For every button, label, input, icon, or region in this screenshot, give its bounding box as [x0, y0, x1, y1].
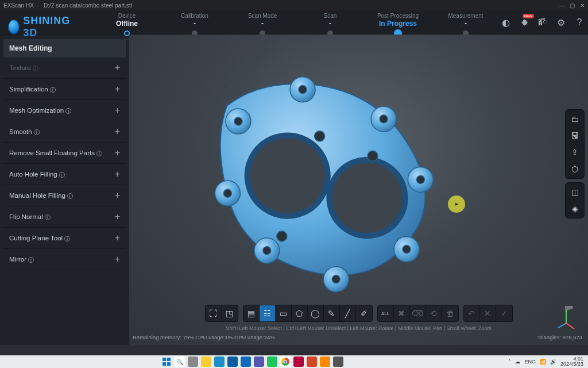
- window-titlebar: EXScan HX - D:/2 scan data/combo steel p…: [0, 0, 588, 10]
- status-right: Triangles: 878,673: [537, 334, 582, 340]
- sidebar-item-mesh-optimization[interactable]: Mesh Optimizationi +: [3, 100, 126, 121]
- settings-icon[interactable]: ⚙: [555, 16, 567, 29]
- viewport-3d[interactable]: 🗀🖫⇪⬡ ◫◈ ⛶◳▤☷▭⬠◯✎╱✐ALL✖⌫⟲🗑↶✕✓ Shift+Left …: [129, 34, 588, 345]
- perspective-button[interactable]: ◳: [222, 305, 238, 321]
- step-calibration[interactable]: Calibration -: [161, 13, 229, 28]
- taskbar-start-icon[interactable]: [161, 356, 172, 367]
- taskbar-camera-icon[interactable]: [333, 356, 343, 367]
- tray-wifi-icon[interactable]: 📶: [540, 359, 546, 365]
- undo-button[interactable]: ↶: [464, 305, 480, 321]
- svg-rect-26: [167, 358, 171, 361]
- view-toggle-button[interactable]: ◈: [568, 202, 582, 215]
- sidebar-item-flip-normal[interactable]: Flip Normali +: [3, 206, 126, 228]
- layer-multi-button[interactable]: ☷: [260, 305, 276, 321]
- maximize-button[interactable]: ▢: [570, 2, 575, 9]
- share-icon[interactable]: �ី: [536, 16, 549, 29]
- expand-icon: +: [115, 84, 120, 94]
- top-bar: SHINING 3D Device Offline Calibration - …: [0, 10, 588, 34]
- sidebar-header: Mesh Editing: [3, 39, 126, 57]
- brush-button[interactable]: ✎: [324, 305, 340, 321]
- svg-rect-27: [163, 362, 166, 366]
- help-strip: Shift+Left Mouse: Select | Ctrl+Left Mou…: [226, 325, 492, 331]
- sidebar-item-mirror[interactable]: Mirrori +: [3, 249, 126, 270]
- expand-icon: +: [115, 148, 120, 158]
- info-icon: i: [50, 87, 56, 93]
- step-post-processing[interactable]: Post Processing In Progress: [364, 13, 432, 28]
- taskbar-chrome-icon[interactable]: [280, 356, 291, 367]
- clear-button[interactable]: 🗑: [442, 305, 458, 321]
- info-icon: i: [45, 214, 51, 220]
- info-icon: i: [96, 151, 102, 156]
- shading-toggle-button[interactable]: ◫: [568, 186, 582, 198]
- line-button[interactable]: ╱: [340, 305, 356, 321]
- taskbar-mail-icon[interactable]: [241, 356, 251, 367]
- step-measurement[interactable]: Measurement -: [432, 13, 500, 28]
- taskbar-teams-icon[interactable]: [254, 356, 264, 367]
- sidebar-item-simplification[interactable]: Simplificationi +: [3, 79, 126, 100]
- step-device[interactable]: Device Offline: [93, 13, 161, 28]
- lasso-button[interactable]: ◯: [308, 305, 324, 321]
- mesh-preview: [187, 57, 439, 305]
- expand-icon: +: [115, 233, 120, 243]
- tray-lang[interactable]: ENG: [524, 359, 536, 365]
- taskbar-search-icon[interactable]: 🔍: [175, 356, 185, 367]
- save-project-button[interactable]: 🖫: [568, 129, 582, 142]
- taskbar-explorer-icon[interactable]: [201, 356, 211, 367]
- fit-view-button[interactable]: ⛶: [206, 305, 222, 321]
- sidebar-item-cutting-plane-tool[interactable]: Cutting Plane Tooli +: [3, 228, 126, 249]
- info-icon: i: [59, 172, 65, 178]
- expand-icon: +: [115, 254, 120, 264]
- help-icon[interactable]: ?: [573, 16, 586, 29]
- bottom-toolbar: ⛶◳▤☷▭⬠◯✎╱✐ALL✖⌫⟲🗑↶✕✓: [205, 305, 513, 322]
- cursor-highlight: [448, 195, 465, 213]
- brand: SHINING 3D: [8, 15, 74, 39]
- cancel-sel-button[interactable]: ⌫: [410, 305, 426, 321]
- step-scan[interactable]: Scan -: [296, 13, 364, 28]
- taskbar-store-icon[interactable]: [227, 356, 238, 367]
- sidebar-item-texture[interactable]: Texturei +: [3, 57, 126, 79]
- rect-select-button[interactable]: ▭: [276, 305, 292, 321]
- tray-volume-icon[interactable]: 🔊: [550, 359, 556, 365]
- account-icon[interactable]: ◐: [500, 16, 512, 29]
- right-toolbar: 🗀🖫⇪⬡ ◫◈: [565, 109, 585, 218]
- notifications-icon[interactable]: ✹NEW: [518, 16, 531, 29]
- tray-onedrive-icon[interactable]: ☁: [515, 359, 520, 365]
- layer-single-button[interactable]: ▤: [243, 305, 260, 321]
- sidebar-item-auto-hole-filling[interactable]: Auto Hole Fillingi +: [3, 164, 126, 185]
- delete-button[interactable]: ✖: [394, 305, 410, 321]
- tray-date[interactable]: 2024/5/23: [560, 362, 583, 367]
- btm-group-g3: ALL✖⌫⟲🗑: [377, 305, 459, 322]
- windows-taskbar[interactable]: 🔍 ˄ ☁ ENG 📶 🔊 4:01 2024/5/23: [0, 355, 588, 368]
- taskbar-hx-icon[interactable]: [320, 356, 330, 367]
- taskbar-task-view-icon[interactable]: [188, 356, 198, 367]
- axis-gizmo[interactable]: [555, 306, 578, 329]
- select-all-button[interactable]: ALL: [378, 305, 394, 321]
- minimize-button[interactable]: —: [559, 2, 564, 9]
- open-project-button[interactable]: 🗀: [568, 113, 582, 125]
- app-name: EXScan HX: [3, 2, 34, 9]
- poly-select-button[interactable]: ⬠: [292, 305, 308, 321]
- invert-button[interactable]: ⟲: [426, 305, 442, 321]
- step-scan-mode[interactable]: Scan Mode -: [229, 13, 296, 28]
- status-left: Remaining memory: 79% CPU usage:1% GPU u…: [133, 334, 275, 340]
- sidebar-item-smooth[interactable]: Smoothi +: [3, 121, 126, 143]
- apply-button[interactable]: ✓: [496, 305, 512, 321]
- reject-button[interactable]: ✕: [480, 305, 496, 321]
- info-icon: i: [33, 66, 38, 71]
- svg-line-23: [558, 323, 566, 328]
- btm-group-g4: ↶✕✓: [463, 305, 513, 322]
- sidebar-item-remove-small-floating-parts[interactable]: Remove Small Floating Partsi +: [3, 143, 126, 164]
- share-mesh-button[interactable]: ⬡: [568, 163, 582, 175]
- taskbar-powerpoint-icon[interactable]: [307, 356, 317, 367]
- tray-chevron-icon[interactable]: ˄: [508, 359, 511, 365]
- close-button[interactable]: ✕: [580, 2, 585, 9]
- export-button[interactable]: ⇪: [568, 146, 582, 159]
- info-icon: i: [28, 257, 34, 263]
- taskbar-filezilla-icon[interactable]: [293, 356, 304, 367]
- taskbar-edge-icon[interactable]: [214, 356, 225, 367]
- system-tray[interactable]: ˄ ☁ ENG 📶 🔊 4:01 2024/5/23: [508, 356, 588, 367]
- eyedrop-button[interactable]: ✐: [356, 305, 372, 321]
- taskbar-spotify-icon[interactable]: [267, 356, 277, 367]
- sidebar-item-manual-hole-filling[interactable]: Manual Hole Fillingi +: [3, 185, 126, 206]
- info-icon: i: [34, 129, 40, 135]
